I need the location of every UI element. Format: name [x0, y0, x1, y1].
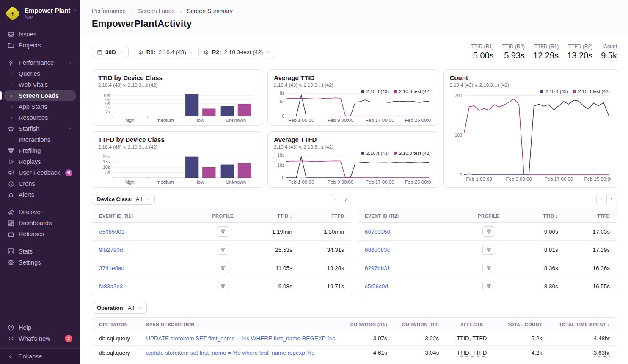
column-ttid-sorted[interactable]: TTID ↓: [513, 209, 565, 223]
column-span-description[interactable]: SPAN DESCRIPTION: [139, 318, 342, 331]
affects-value[interactable]: TTID, TTFD: [457, 350, 487, 357]
column-duration-r1[interactable]: DURATION (R1): [342, 318, 394, 331]
operation-filter[interactable]: Operation: All: [92, 302, 147, 314]
sidebar-item-performance[interactable]: Performance: [4, 57, 76, 68]
total-time-spent-link[interactable]: 3.63hr: [594, 350, 610, 357]
profile-button[interactable]: [217, 226, 229, 237]
profile-button[interactable]: [217, 281, 229, 291]
average-ttfd-card: Average TTFD 2.10.4 (43) v. 2.10.3…t (42…: [267, 131, 438, 188]
event-id-link[interactable]: e5085901: [99, 229, 124, 235]
event-id-link[interactable]: 6297bb31: [365, 265, 390, 271]
release-2-filter[interactable]: R2: 2.10.3-test (42): [199, 46, 275, 58]
breadcrumb-performance[interactable]: Performance: [92, 8, 126, 14]
event-id-link[interactable]: 9fb2790d: [99, 247, 123, 253]
profile-button[interactable]: [217, 245, 229, 255]
ttfd-cell: 17.03s: [565, 223, 617, 241]
device-class-filter[interactable]: Device Class: All: [92, 193, 155, 205]
date-range-filter[interactable]: 30D: [92, 46, 129, 58]
sidebar-item-settings[interactable]: Settings: [4, 257, 76, 268]
r1-table-controls: Device Class: All: [92, 193, 351, 205]
ttid-r1-value: 5.00s: [471, 51, 493, 61]
r1-events-table: EVENT ID (R1) PROFILE TTID ↓ TTFD e50859…: [92, 209, 351, 295]
org-switcher[interactable]: Empower Plant Nar: [0, 0, 80, 26]
column-profile: PROFILE: [464, 209, 513, 223]
breadcrumb-screen-loads[interactable]: Screen Loads: [138, 8, 174, 14]
org-subtitle: Nar: [25, 14, 77, 20]
sidebar-item-dashboards[interactable]: Dashboards: [4, 218, 76, 229]
column-duration-r2[interactable]: DURATION (R2): [394, 318, 446, 331]
next-page-button[interactable]: [341, 194, 351, 204]
event-id-link[interactable]: fa83a2e3: [99, 283, 123, 290]
span-description-link[interactable]: UPDATE storeitem SET first_name = %s WHE…: [146, 335, 335, 342]
next-page-button[interactable]: [606, 194, 617, 204]
archive-icon: [8, 231, 14, 237]
chart-legend[interactable]: 2.10.4 (43)2.10.3-test (42): [359, 151, 431, 156]
column-event-id-r1[interactable]: EVENT ID (R1): [92, 209, 198, 223]
sidebar-item-discover[interactable]: Discover: [4, 207, 76, 218]
inbox-icon: [8, 31, 14, 38]
total-time-spent-link[interactable]: 4.48hr: [594, 335, 610, 342]
span-description-link[interactable]: update storeitem set first_name = %s whe…: [146, 350, 314, 356]
column-total-time-spent-sorted[interactable]: TOTAL TIME SPENT ↓: [549, 318, 617, 331]
previous-page-button[interactable]: [596, 194, 607, 204]
column-ttid-sorted[interactable]: TTID ↓: [248, 209, 299, 223]
sidebar-item-issues[interactable]: Issues: [4, 29, 76, 40]
profile-button[interactable]: [482, 263, 495, 273]
sidebar-item-queries[interactable]: Queries: [4, 68, 76, 79]
sidebar-item-web-vitals[interactable]: Web Vitals: [4, 79, 76, 90]
ttfd-cell: 18.28s: [299, 259, 351, 277]
chart-legend[interactable]: 2.10.4 (43)2.10.3-test (42): [359, 89, 431, 94]
table-row: db.sql.query UPDATE storeitem SET first_…: [92, 331, 617, 346]
svg-text:Unknown: Unknown: [226, 118, 246, 123]
page-body: 30D R1: 2.10.4 (43) R2: 2.10.3-test (42): [80, 36, 628, 364]
column-event-id-r2[interactable]: EVENT ID (R2): [358, 209, 464, 223]
lightning-icon: [8, 59, 14, 66]
sidebar-item-releases[interactable]: Releases: [4, 229, 76, 240]
sidebar-item-user-feedback[interactable]: User FeedbackB: [4, 167, 76, 178]
column-ttfd[interactable]: TTFD: [299, 209, 351, 223]
profiling-icon: [486, 247, 491, 252]
sidebar-item-starfish[interactable]: Starfish: [4, 123, 76, 134]
chart-legend[interactable]: 2.10.4 (43)2.10.3-test (42): [538, 89, 610, 94]
sidebar-item-screen-loads[interactable]: Screen Loads: [4, 90, 76, 101]
svg-text:Feb 1 00:00: Feb 1 00:00: [466, 176, 492, 182]
column-ttfd[interactable]: TTFD: [565, 209, 617, 223]
collapse-sidebar-button[interactable]: Collapse: [0, 348, 80, 364]
svg-text:5s: 5s: [105, 170, 110, 175]
ttfd-by-device-class-card: TTFD by Device Class 2.10.4 (43) v. 2.10…: [92, 131, 262, 188]
release-1-filter[interactable]: R1: 2.10.4 (43): [133, 46, 198, 58]
sidebar-item-help[interactable]: Help: [4, 322, 76, 333]
page-header: Performance Screen Loads Screen Summary …: [80, 0, 628, 36]
operation-cell: ui.load: [92, 360, 139, 364]
profile-button[interactable]: [482, 245, 495, 255]
sidebar-item-projects[interactable]: Projects: [4, 40, 76, 51]
total-count-cell: 9.5k: [498, 360, 549, 364]
column-operation[interactable]: OPERATION: [92, 318, 139, 331]
affects-value[interactable]: TTID, TTFD: [457, 335, 487, 342]
chevron-right-icon: [179, 9, 183, 14]
sidebar-item-whats-new[interactable]: What's new2: [4, 333, 76, 344]
chart-title: Average TTFD: [274, 136, 431, 143]
column-total-count[interactable]: TOTAL COUNT: [498, 318, 549, 331]
profile-button[interactable]: [482, 226, 495, 237]
profile-button[interactable]: [482, 281, 495, 291]
previous-page-button[interactable]: [331, 194, 341, 204]
profile-button[interactable]: [217, 263, 229, 273]
sidebar-item-resources[interactable]: Resources: [4, 112, 76, 123]
sidebar-item-stats[interactable]: Stats: [4, 246, 76, 257]
clock-icon: [8, 180, 14, 187]
r1-table-pagination: [331, 194, 351, 204]
event-id-link[interactable]: 686d083c: [365, 247, 390, 253]
sidebar-item-interactions[interactable]: Interactions: [4, 134, 76, 145]
ttid-cell: 9.00s: [513, 223, 565, 241]
sidebar-item-profiling[interactable]: Profiling: [4, 145, 76, 156]
sidebar-item-app-starts[interactable]: App Starts: [4, 101, 76, 112]
event-id-link[interactable]: c5f56c0d: [365, 283, 388, 290]
table-row: 686d083c 8.81s 17.39s: [358, 241, 617, 259]
event-id-link[interactable]: 3741e8ad: [99, 265, 124, 271]
sidebar-item-crons[interactable]: Crons: [4, 178, 76, 189]
sidebar-item-replays[interactable]: Replays: [4, 156, 76, 167]
sidebar-item-alerts[interactable]: Alerts: [4, 189, 76, 200]
chart-subtitle: 2.10.4 (43) v. 2.10.3…t (42): [98, 144, 256, 149]
event-id-link[interactable]: 607b3350: [365, 229, 390, 235]
